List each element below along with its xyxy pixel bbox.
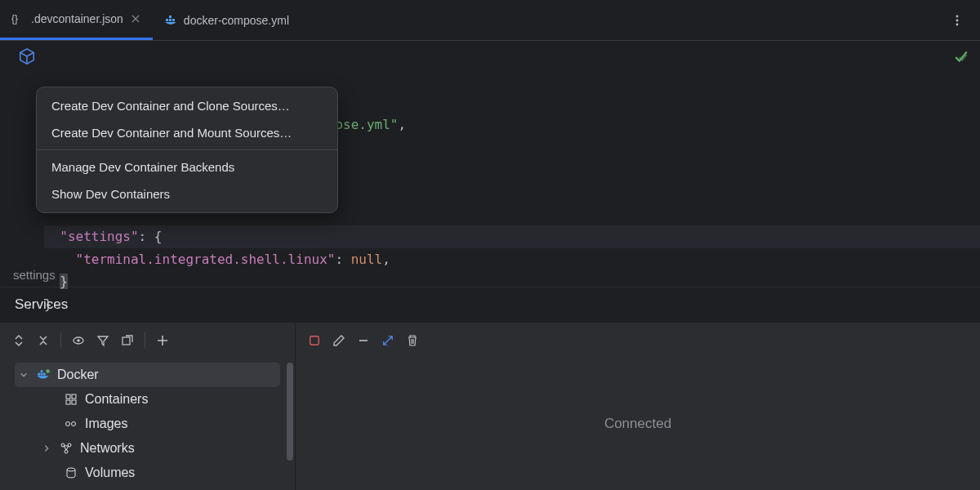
svg-rect-3 xyxy=(169,16,172,18)
tab-label: .devcontainer.json xyxy=(31,12,123,25)
tree-node-images[interactable]: Images xyxy=(15,412,280,436)
svg-point-16 xyxy=(46,369,50,373)
expand-all-icon[interactable] xyxy=(8,330,29,351)
tree-node-label: Volumes xyxy=(85,466,135,480)
svg-point-26 xyxy=(67,468,75,471)
devcontainer-context-menu: Create Dev Container and Clone Sources… … xyxy=(36,87,338,213)
chevron-right-icon[interactable] xyxy=(41,443,52,454)
tab-docker-compose[interactable]: docker-compose.yml xyxy=(153,0,301,40)
devcontainer-gutter-icon[interactable] xyxy=(18,47,36,65)
tree-scrollbar[interactable] xyxy=(287,363,293,461)
svg-text:{}: {} xyxy=(11,13,18,24)
menu-item-manage-backends[interactable]: Manage Dev Container Backends xyxy=(37,154,337,180)
svg-point-5 xyxy=(956,15,959,17)
svg-point-22 xyxy=(72,422,76,426)
close-icon[interactable] xyxy=(130,13,141,24)
svg-rect-18 xyxy=(72,394,76,399)
problems-ok-icon[interactable] xyxy=(954,49,969,64)
tree-node-volumes[interactable]: Volumes xyxy=(15,461,280,485)
menu-separator xyxy=(37,149,337,150)
svg-rect-13 xyxy=(41,373,43,376)
code-token: , xyxy=(398,117,406,132)
tab-bar: {} .devcontainer.json docker-compose.yml xyxy=(0,0,980,41)
tree-node-label: Containers xyxy=(85,392,148,407)
tree-node-label: Docker xyxy=(57,368,99,382)
editor[interactable]: { ompose.yml", ", "settings": { "termina… xyxy=(0,41,980,263)
svg-point-25 xyxy=(65,450,68,453)
tree-node-label: Networks xyxy=(80,441,135,456)
services-tree[interactable]: Docker Containers Images Networks xyxy=(0,358,296,490)
services-body: Docker Containers Images Networks xyxy=(0,358,980,490)
code-token: : { xyxy=(139,229,163,244)
tab-label: docker-compose.yml xyxy=(184,14,289,27)
svg-rect-14 xyxy=(41,370,43,372)
menu-item-create-clone[interactable]: Create Dev Container and Clone Sources… xyxy=(37,92,337,119)
code-token: : xyxy=(335,252,350,267)
code-token: "terminal.integrated.shell.linux" xyxy=(76,252,336,267)
docker-icon xyxy=(36,368,51,382)
svg-rect-15 xyxy=(43,373,46,376)
menu-item-create-mount[interactable]: Create Dev Container and Mount Sources… xyxy=(37,119,337,146)
more-actions-icon[interactable] xyxy=(949,12,965,29)
tree-node-label: Images xyxy=(85,416,127,431)
code-token: "settings" xyxy=(60,229,138,244)
code-token: null xyxy=(351,252,383,267)
tree-node-networks[interactable]: Networks xyxy=(15,436,280,461)
tree-node-docker[interactable]: Docker xyxy=(15,363,280,387)
tree-node-containers[interactable]: Containers xyxy=(15,387,280,412)
images-icon xyxy=(64,416,78,431)
svg-rect-4 xyxy=(172,19,175,21)
code-token: , xyxy=(382,252,390,267)
networks-icon xyxy=(59,441,74,456)
json-file-icon: {} xyxy=(11,12,24,25)
svg-point-6 xyxy=(956,19,959,21)
svg-rect-12 xyxy=(38,373,40,376)
code-token: } xyxy=(60,274,68,289)
menu-item-show-containers[interactable]: Show Dev Containers xyxy=(37,180,337,207)
svg-point-21 xyxy=(66,422,70,426)
connection-status: Connected xyxy=(604,416,671,432)
svg-rect-2 xyxy=(169,19,172,21)
svg-rect-20 xyxy=(72,400,76,404)
svg-rect-17 xyxy=(66,394,70,399)
docker-file-icon xyxy=(164,14,177,27)
volumes-icon xyxy=(64,466,78,480)
svg-rect-19 xyxy=(66,400,70,404)
svg-rect-1 xyxy=(166,19,168,21)
tab-devcontainer[interactable]: {} .devcontainer.json xyxy=(0,0,153,40)
code-token: } xyxy=(44,296,52,312)
containers-icon xyxy=(64,392,78,407)
services-detail-pane: Connected xyxy=(296,358,980,490)
svg-point-7 xyxy=(956,23,959,25)
chevron-down-icon[interactable] xyxy=(18,369,29,381)
